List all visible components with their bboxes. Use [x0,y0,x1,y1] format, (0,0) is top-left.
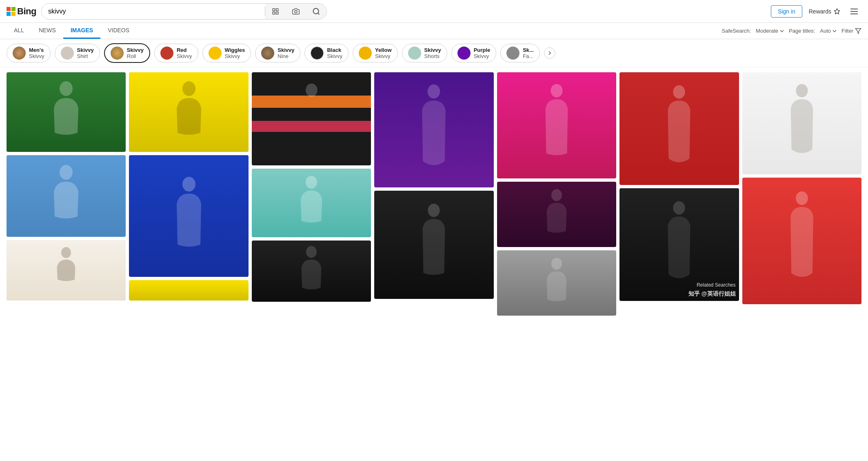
person-silhouette-icon [540,82,573,168]
pill-roll-label: Skivvy [127,47,144,53]
image-card-yellow-skivvy[interactable] [129,72,248,152]
svg-point-19 [551,84,562,98]
pill-skivvy-shirt[interactable]: Skivvy Shirt [55,44,100,62]
pill-nine-icon [261,47,274,60]
pill-red-sublabel: Skivvy [177,53,192,59]
pill-wiggles-label: Wiggles [225,47,245,53]
masonry-col-3 [252,72,371,302]
tab-news[interactable]: NEWS [31,23,63,39]
pill-wiggles-skivvy[interactable]: Wiggles Skivvy [202,44,251,62]
nav-tabs: ALL NEWS IMAGES VIDEOS SafeSearch: Moder… [0,23,868,39]
header: Bing Sign in Rewards [0,0,868,23]
pill-mens-skivvy[interactable]: Men's Skivvy [7,44,51,62]
safesearch-label: SafeSearch: [722,28,751,34]
pill-roll-sublabel: Roll [127,53,144,59]
image-search-btn[interactable] [265,4,286,19]
pill-red-skivvy[interactable]: Red Skivvy [154,44,198,62]
safesearch-dropdown[interactable]: Moderate [756,28,784,34]
image-card-blue-turtleneck[interactable] [7,155,126,237]
sign-in-button[interactable]: Sign in [771,5,802,18]
rewards-button[interactable]: Rewards [806,6,844,17]
camera-search-btn[interactable] [286,4,306,19]
svg-rect-0 [273,9,275,11]
image-card-stripe-top[interactable] [252,72,371,165]
image-card-pink-top[interactable] [497,72,616,178]
image-card-black-woman2[interactable] [374,191,493,299]
pill-skivvy-nine[interactable]: Skivvy Nine [255,44,300,62]
svg-point-5 [313,8,318,13]
pill-shorts-sublabel: Shorts [424,53,441,59]
person-silhouette-icon [50,80,82,145]
person-silhouette-icon [297,174,326,232]
pill-purple-sublabel: Skivvy [474,53,490,59]
watermark-text: 知乎 @英语行姐姐 [688,290,736,298]
hamburger-menu-button[interactable] [847,4,861,19]
pill-roll-icon [111,47,124,60]
pill-black-skivvy[interactable]: Black Skivvy [304,44,349,62]
person-silhouette-icon [786,190,818,292]
masonry-col-6: 知乎 @英语行姐姐 Related Searches [619,72,739,301]
filter-icon [855,28,861,34]
pill-black-label: Black [327,47,342,53]
svg-line-6 [318,13,320,14]
filter-button[interactable]: Filter [841,28,861,34]
svg-point-17 [428,85,440,99]
filter-label: Filter [841,28,853,34]
pill-sk-sublabel: Fa... [523,53,534,59]
pagetitles-dropdown[interactable]: Auto [820,28,837,34]
pill-yellow-label: Yellow [375,47,391,53]
pill-red-icon [160,47,173,60]
tab-images[interactable]: IMAGES [63,23,100,39]
pill-purple-icon [457,47,471,60]
pill-yellow-sublabel: Skivvy [375,53,391,59]
pill-mens-label: Men's [29,47,44,53]
image-card-green-skivvy[interactable] [7,72,126,152]
pill-sk-label: Sk... [523,47,534,53]
image-card-cream-top[interactable] [7,240,126,301]
person-silhouette-icon [417,83,450,177]
image-card-teal-stripe[interactable] [252,169,371,237]
tab-all[interactable]: ALL [7,23,31,39]
svg-point-10 [60,165,73,180]
svg-point-9 [60,81,73,96]
rewards-icon [834,8,840,15]
pill-yellow-icon [359,47,372,60]
image-card-blue-lace[interactable] [129,155,248,277]
image-card-yellow-bottom[interactable] [129,280,248,301]
svg-point-20 [551,189,562,201]
svg-point-23 [673,201,685,215]
person-silhouette-icon [296,82,327,156]
image-card-purple-top[interactable] [374,72,493,187]
image-card-grey-person[interactable] [497,250,616,316]
pill-shirt-label: Skivvy [77,47,94,53]
pill-red-label: Red [177,47,192,53]
search-input[interactable] [42,4,265,19]
pill-skivvy-shorts[interactable]: Skivvy Shorts [402,44,447,62]
pill-purple-skivvy[interactable]: Purple Skivvy [451,44,496,62]
bing-logo[interactable]: Bing [7,6,36,17]
image-card-white-turtleneck[interactable] [742,72,861,174]
related-next-button[interactable] [544,47,555,59]
image-card-black-woman-top[interactable] [252,241,371,302]
svg-point-13 [182,177,195,192]
svg-point-15 [306,176,317,189]
svg-point-18 [428,203,440,217]
pill-yellow-skivvy[interactable]: Yellow Skivvy [353,44,397,62]
pill-wiggles-icon [209,47,222,60]
svg-point-14 [306,84,317,97]
svg-point-22 [673,85,685,99]
pill-black-icon [311,47,324,60]
masonry-col-2 [129,72,248,301]
pill-mens-sublabel: Skivvy [29,53,44,59]
pill-skivvy-roll[interactable]: Skivvy Roll [104,43,150,63]
svg-point-11 [61,247,71,258]
image-card-dark-purple[interactable] [497,182,616,247]
tab-videos[interactable]: VIDEOS [100,23,137,39]
pagetitles-value: Auto [820,28,831,34]
pill-sk-face[interactable]: Sk... Fa... [500,44,540,62]
image-card-red-turtleneck2[interactable] [742,178,861,304]
image-card-black-zhihu[interactable]: 知乎 @英语行姐姐 Related Searches [619,188,739,301]
search-button[interactable] [306,4,326,19]
image-card-red-skivvy[interactable] [619,72,739,185]
pill-nine-sublabel: Nine [277,53,294,59]
